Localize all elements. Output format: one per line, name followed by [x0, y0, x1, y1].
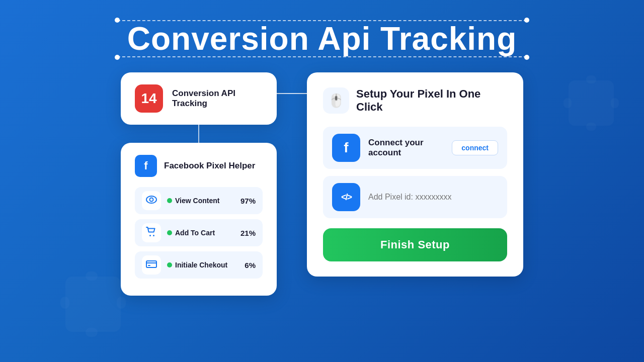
- metric-row-view-content: View Content 97%: [135, 187, 263, 214]
- svg-point-10: [146, 196, 156, 203]
- panel-header: 🖱️ Setup Your Pixel In One Click: [323, 87, 507, 114]
- metric-row-add-to-cart: Add To Cart 21%: [135, 219, 263, 246]
- metric-row-checkout: Initiale Chekout 6%: [135, 251, 263, 279]
- metric-info-checkout: Initiale Chekout 6%: [167, 261, 256, 269]
- cart-icon: [146, 227, 157, 239]
- vertical-connector: [198, 125, 200, 143]
- svg-rect-7: [117, 297, 126, 309]
- conversion-tracking-card: 14 Conversion API Tracking: [121, 72, 277, 125]
- right-panel: 🖱️ Setup Your Pixel In One Click f Conne…: [307, 72, 523, 277]
- metric-pct-checkout: 6%: [245, 261, 256, 269]
- svg-point-11: [150, 198, 153, 201]
- metric-label-checkout: Initiale Chekout: [175, 261, 227, 269]
- metric-label-add-to-cart: Add To Cart: [175, 229, 215, 237]
- svg-rect-8: [86, 328, 98, 337]
- cursor-icon: 🖱️: [328, 93, 344, 109]
- pixel-id-row: </>: [323, 176, 507, 218]
- svg-rect-9: [60, 297, 69, 309]
- content-area: 14 Conversion API Tracking f Facebook Pi…: [0, 57, 644, 296]
- metric-info-view-content: View Content 97%: [167, 197, 256, 205]
- connect-button[interactable]: connect: [452, 140, 498, 155]
- pixel-id-input[interactable]: [368, 193, 498, 202]
- metric-info-add-to-cart: Add To Cart 21%: [167, 229, 256, 237]
- status-dot-green-2: [167, 230, 172, 235]
- eye-icon: [146, 196, 157, 206]
- left-column: 14 Conversion API Tracking f Facebook Pi…: [121, 72, 277, 296]
- page-title: Conversion Api Tracking: [117, 20, 527, 57]
- finish-setup-button[interactable]: Finish Setup: [323, 228, 507, 261]
- connect-account-row: f Connect your account connect: [323, 127, 507, 169]
- facebook-icon-small: f: [135, 155, 157, 177]
- code-icon-wrap: </>: [332, 183, 360, 211]
- fb-pixel-helper-card: f Facebook Pixel Helper View Content: [121, 143, 277, 296]
- fb-card-header: f Facebook Pixel Helper: [135, 155, 263, 177]
- svg-rect-14: [146, 261, 156, 267]
- metric-icon-wrap-eye: [142, 191, 161, 210]
- svg-point-12: [149, 235, 151, 236]
- code-icon: </>: [341, 192, 351, 203]
- status-dot-green-3: [167, 262, 172, 267]
- conversion-card-title: Conversion API Tracking: [172, 88, 263, 109]
- cursor-icon-wrap: 🖱️: [323, 87, 349, 114]
- metric-label-view-content: View Content: [175, 197, 219, 205]
- title-section: Conversion Api Tracking: [0, 0, 644, 57]
- metric-icon-wrap-cart: [142, 223, 161, 242]
- svg-rect-15: [148, 265, 150, 266]
- metric-pct-add-to-cart: 21%: [240, 229, 256, 237]
- panel-title: Setup Your Pixel In One Click: [356, 87, 507, 114]
- metric-pct-view-content: 97%: [240, 197, 256, 205]
- svg-point-13: [153, 235, 154, 236]
- fb-card-title: Facebook Pixel Helper: [164, 161, 255, 171]
- status-dot-green: [167, 198, 172, 203]
- connect-label: Connect your account: [368, 138, 444, 158]
- facebook-icon-large: f: [332, 134, 360, 162]
- metric-icon-wrap-card: [142, 255, 161, 275]
- title-bracket: Conversion Api Tracking: [117, 20, 527, 57]
- badge-number: 14: [135, 84, 163, 113]
- credit-card-icon: [146, 259, 157, 271]
